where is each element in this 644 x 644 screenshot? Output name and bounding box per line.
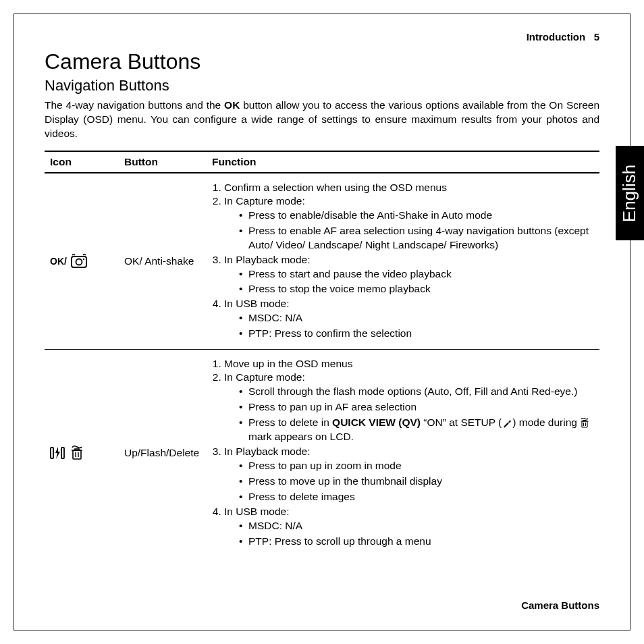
language-tab: English (616, 146, 644, 240)
svg-point-1 (76, 259, 82, 265)
trash-auto-icon (70, 446, 84, 460)
function-sub-item: MSDC: N/A (239, 519, 597, 533)
svg-rect-5 (73, 450, 81, 459)
buttons-table: Icon Button Function OK/ (45, 151, 599, 557)
function-item: In Playback mode:Press to pan up in zoom… (224, 446, 597, 504)
function-item: In Capture mode:Scroll through the flash… (224, 371, 597, 444)
svg-rect-3 (51, 448, 53, 458)
table-row: Up/Flash/Delete Move up in the OSD menus… (45, 350, 599, 557)
cell-function: Confirm a selection when using the OSD m… (207, 173, 599, 350)
col-header-function: Function (207, 151, 599, 173)
function-sub-item: Press to delete in QUICK VIEW (QV) “ON” … (239, 416, 597, 444)
page-title: Camera Buttons (45, 49, 599, 74)
cell-button-name: OK/ Anti-shake (119, 173, 207, 350)
svg-point-2 (83, 259, 84, 260)
svg-rect-4 (61, 448, 64, 458)
cell-icon (45, 350, 119, 557)
function-item: In Playback mode:Press to start and paus… (224, 254, 597, 297)
flash-icon (50, 446, 65, 460)
svg-rect-8 (582, 421, 587, 427)
function-sub-item: MSDC: N/A (239, 311, 597, 325)
function-item: Move up in the OSD menus (224, 358, 597, 370)
function-sub-item: Press to move up in the thumbnail displa… (239, 475, 597, 489)
cell-button-name: Up/Flash/Delete (119, 350, 207, 557)
function-item: In Capture mode:Press to enable/disable … (224, 195, 597, 252)
function-sub-item: Press to stop the voice memo playback (239, 282, 597, 296)
function-sub-item: Press to start and pause the video playb… (239, 267, 597, 281)
header-page-number: 5 (594, 31, 599, 43)
table-row: OK/ OK/ Anti-shake Confirm a selection w… (45, 173, 599, 350)
function-sub-item: Press to enable/disable the Anti-Shake i… (239, 209, 597, 223)
function-sub-item: PTP: Press to scroll up through a menu (239, 535, 597, 549)
ok-label: OK/ (50, 256, 67, 267)
wrench-icon (502, 418, 512, 429)
page-header: Introduction 5 (45, 31, 599, 43)
function-item: In USB mode:MSDC: N/APTP: Press to scrol… (224, 506, 597, 549)
col-header-icon: Icon (45, 151, 119, 173)
function-sub-item: Scroll through the flash mode options (A… (239, 385, 597, 399)
function-sub-item: Press to delete images (239, 490, 597, 504)
cell-icon: OK/ (45, 173, 119, 350)
function-sub-item: Press to pan up in AF area selection (239, 400, 597, 414)
footer-label: Camera Buttons (521, 599, 599, 611)
function-sub-item: Press to pan up in zoom in mode (239, 459, 597, 473)
anti-shake-icon (70, 253, 88, 269)
header-section: Introduction (527, 31, 585, 43)
function-sub-item: Press to enable AF area selection using … (239, 224, 597, 252)
trash-icon (580, 418, 589, 429)
col-header-button: Button (119, 151, 207, 173)
intro-paragraph: The 4-way navigation buttons and the OK … (45, 99, 599, 141)
svg-rect-0 (72, 257, 86, 267)
function-sub-item: PTP: Press to confirm the selection (239, 327, 597, 341)
section-subtitle: Navigation Buttons (45, 77, 599, 95)
function-item: In USB mode:MSDC: N/APTP: Press to confi… (224, 298, 597, 341)
page-frame: Introduction 5 Camera Buttons Navigation… (14, 14, 630, 630)
language-label: English (620, 164, 641, 221)
cell-function: Move up in the OSD menusIn Capture mode:… (207, 350, 599, 557)
function-item: Confirm a selection when using the OSD m… (224, 182, 597, 194)
